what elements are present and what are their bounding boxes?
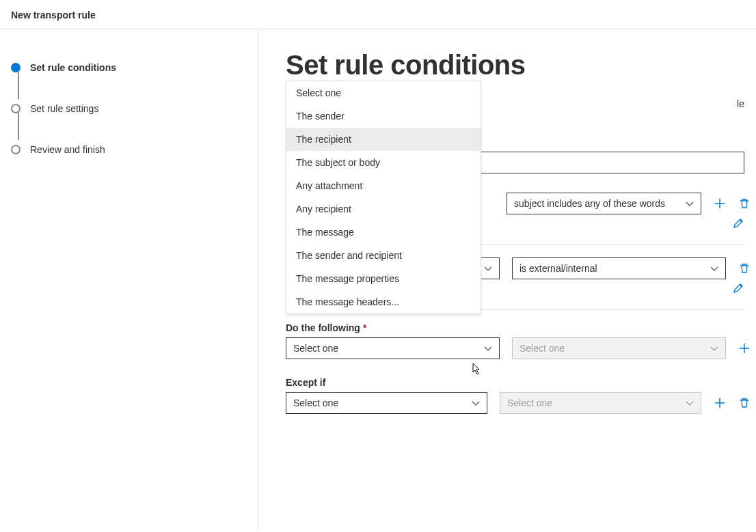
select-value: is external/internal (519, 263, 597, 274)
do-following-label: Do the following* (286, 322, 751, 333)
dropdown-item[interactable]: Select one (286, 81, 481, 104)
layout: Set rule conditions Set rule settings Re… (0, 29, 756, 531)
step-review-and-finish[interactable]: Review and finish (11, 139, 244, 160)
add-condition-button[interactable] (714, 197, 726, 210)
step-connector (18, 72, 19, 99)
except-if-row: Select one Select one (286, 392, 751, 414)
add-action-button[interactable] (738, 342, 751, 354)
page-header-title: New transport rule (11, 10, 745, 20)
chevron-down-icon (710, 344, 718, 352)
dropdown-item[interactable]: Any recipient (286, 197, 481, 221)
chevron-down-icon (686, 199, 694, 208)
do-following-value-select: Select one (512, 337, 726, 359)
dropdown-item[interactable]: The sender (286, 104, 481, 128)
select-value: Select one (293, 397, 338, 408)
chevron-down-icon (686, 399, 694, 407)
edit-condition-button[interactable] (732, 217, 744, 229)
select-value: subject includes any of these words (514, 198, 665, 209)
delete-condition-button[interactable] (738, 197, 751, 210)
chevron-down-icon (710, 264, 718, 272)
step-dot-icon (11, 104, 21, 113)
dropdown-item[interactable]: The recipient (286, 128, 481, 151)
dropdown-item[interactable]: The sender and recipient (286, 244, 481, 267)
chevron-down-icon (484, 344, 492, 352)
do-following-action-select[interactable]: Select one (286, 337, 500, 359)
edit-condition-button[interactable] (732, 282, 744, 294)
add-exception-button[interactable] (714, 397, 726, 409)
condition-predicate-select-2[interactable]: is external/internal (512, 257, 726, 279)
step-set-rule-conditions[interactable]: Set rule conditions (11, 57, 244, 79)
delete-exception-button[interactable] (738, 397, 751, 409)
sidebar: Set rule conditions Set rule settings Re… (0, 29, 258, 531)
step-label: Review and finish (30, 144, 105, 155)
main-content: Set rule conditions le subject includes … (258, 29, 756, 531)
required-asterisk: * (363, 322, 366, 333)
label-text: Do the following (286, 322, 360, 333)
dropdown-item[interactable]: The message properties (286, 267, 481, 290)
step-dot-icon (11, 145, 21, 154)
do-following-row: Select one Select one (286, 337, 751, 359)
wizard-steps: Set rule conditions Set rule settings Re… (8, 57, 244, 160)
chevron-down-icon (472, 399, 480, 407)
step-set-rule-settings[interactable]: Set rule settings (11, 98, 244, 120)
condition-subject-dropdown[interactable]: Select oneThe senderThe recipientThe sub… (286, 81, 481, 314)
dropdown-item[interactable]: The subject or body (286, 151, 481, 174)
except-if-subject-select[interactable]: Select one (286, 392, 487, 414)
select-placeholder: Select one (519, 343, 565, 354)
dropdown-item[interactable]: The message (286, 221, 481, 244)
step-dot-icon (11, 63, 21, 72)
delete-condition-button[interactable] (738, 262, 751, 275)
chevron-down-icon (484, 264, 492, 272)
except-if-label: Except if (286, 377, 751, 388)
page-title: Set rule conditions (286, 50, 751, 81)
dropdown-item[interactable]: The message headers... (286, 290, 481, 313)
except-if-value-select: Select one (500, 392, 701, 414)
obscured-text: le (737, 98, 744, 109)
row-actions (714, 197, 751, 210)
step-label: Set rule settings (30, 103, 98, 114)
header: New transport rule (0, 0, 756, 29)
condition-predicate-select[interactable]: subject includes any of these words (507, 193, 701, 214)
select-value: Select one (293, 343, 338, 354)
step-label: Set rule conditions (30, 62, 116, 73)
select-placeholder: Select one (507, 397, 552, 408)
dropdown-item[interactable]: Any attachment (286, 174, 481, 197)
step-connector (18, 113, 19, 140)
